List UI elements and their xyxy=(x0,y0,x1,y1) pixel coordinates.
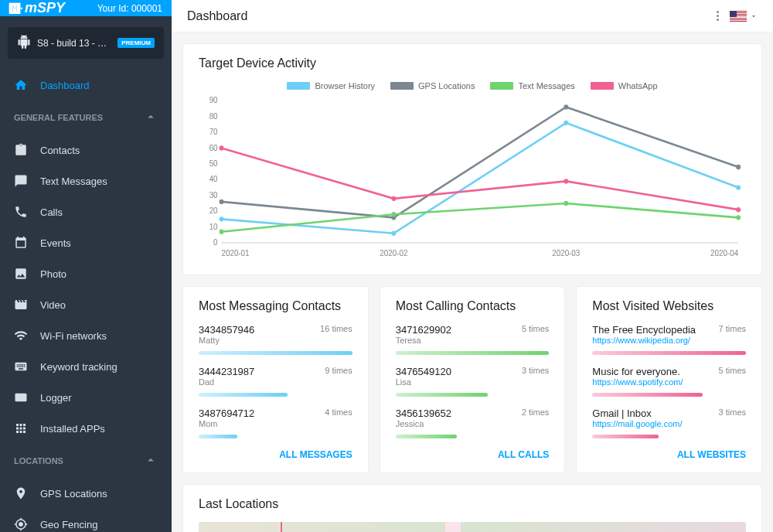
websites-all-link[interactable]: ALL WEBSITES xyxy=(592,449,746,460)
svg-point-16 xyxy=(391,231,396,236)
sidebar-item-label: Keyword tracking xyxy=(40,361,117,373)
keyboard-icon xyxy=(14,390,28,404)
message-icon xyxy=(14,174,28,188)
legend-item[interactable]: Browser History xyxy=(287,81,375,90)
item-count: 3 times xyxy=(719,408,746,417)
card-title: Most Messaging Contacts xyxy=(199,299,352,313)
item-title: 3471629902 xyxy=(396,324,451,336)
sidebar-item-keyword[interactable]: Keyword tracking xyxy=(0,351,172,382)
svg-point-24 xyxy=(391,212,396,217)
list-item: 3444231987 Dad 9 times xyxy=(199,366,352,397)
section-general[interactable]: GENERAL FEATURES xyxy=(0,101,172,135)
clipboard-icon xyxy=(14,143,28,157)
list-item: Gmail | Inbox https://mail.google.com/ 3… xyxy=(592,408,746,438)
sidebar-item-label: Calls xyxy=(40,206,63,218)
sidebar-item-label: Installed APPs xyxy=(40,423,105,435)
sidebar-item-dashboard[interactable]: Dashboard xyxy=(0,70,172,101)
sidebar-item-contacts[interactable]: Contacts xyxy=(0,135,172,165)
topbar: Dashboard xyxy=(172,0,773,32)
calendar-icon xyxy=(14,236,28,250)
sidebar-item-photo[interactable]: Photo xyxy=(0,258,172,289)
item-sub: Lisa xyxy=(396,377,451,387)
sidebar-item-label: Dashboard xyxy=(40,80,90,91)
sidebar-item-calls[interactable]: Calls xyxy=(0,196,172,227)
list-item: Music for everyone. https://www.spotify.… xyxy=(592,366,746,397)
progress-bar xyxy=(199,435,237,438)
wifi-icon xyxy=(14,329,28,343)
image-icon xyxy=(14,267,28,281)
legend-item[interactable]: Text Messages xyxy=(490,81,574,90)
progress-bar xyxy=(396,393,488,397)
progress-bar xyxy=(592,393,703,397)
svg-text:60: 60 xyxy=(209,143,218,152)
legend-swatch xyxy=(591,82,614,90)
sidebar: 🅼·mSPY Your Id: 000001 S8 - build 13 - 5… xyxy=(0,0,172,532)
sidebar-item-wifi[interactable]: Wi-Fi networks xyxy=(0,320,172,351)
svg-point-26 xyxy=(736,215,741,220)
item-title: Music for everyone. xyxy=(592,366,683,377)
item-title: The Free Encyclopedia xyxy=(592,324,696,336)
item-title: 3434857946 xyxy=(199,324,254,336)
item-count: 7 times xyxy=(719,324,746,333)
sidebar-item-label: GPS Locations xyxy=(40,488,107,500)
logo-bar: 🅼·mSPY Your Id: 000001 xyxy=(0,0,172,16)
item-sub: Jessica xyxy=(396,419,451,428)
main: Dashboard Target Device Activity Browser… xyxy=(172,0,773,532)
video-icon xyxy=(14,298,28,312)
logo: 🅼·mSPY xyxy=(9,0,65,16)
chevron-down-icon xyxy=(750,12,758,20)
sidebar-item-video[interactable]: Video xyxy=(0,289,172,320)
item-count: 9 times xyxy=(325,366,352,375)
keyboard-icon xyxy=(14,360,28,373)
svg-text:30: 30 xyxy=(209,191,218,200)
svg-point-21 xyxy=(564,104,568,109)
menu-dots-icon[interactable] xyxy=(717,11,719,21)
cards-row: Most Messaging Contacts 3434857946 Matty… xyxy=(182,286,762,484)
item-count: 2 times xyxy=(522,408,549,417)
svg-point-17 xyxy=(564,121,568,125)
item-count: 3 times xyxy=(522,366,549,375)
svg-text:40: 40 xyxy=(209,175,218,183)
calling-all-link[interactable]: ALL CALLS xyxy=(396,449,550,460)
legend-item[interactable]: WhatsApp xyxy=(591,81,658,90)
section-locations[interactable]: LOCATIONS xyxy=(0,444,172,478)
list-item: 3471629902 Teresa 5 times xyxy=(396,324,550,355)
item-count: 5 times xyxy=(522,324,549,333)
sidebar-item-geo[interactable]: Geo Fencing xyxy=(0,509,172,532)
page-title: Dashboard xyxy=(187,9,247,23)
language-selector[interactable] xyxy=(730,11,758,22)
item-sub: Teresa xyxy=(396,336,451,345)
item-sub[interactable]: https://mail.google.com/ xyxy=(592,419,682,428)
map-preview[interactable] xyxy=(199,522,746,532)
svg-point-15 xyxy=(220,217,224,221)
item-sub[interactable]: https://www.wikipedia.org/ xyxy=(592,336,696,345)
sidebar-item-label: Video xyxy=(40,299,66,311)
sidebar-item-text-messages[interactable]: Text Messages xyxy=(0,165,172,196)
messaging-all-link[interactable]: ALL MESSAGES xyxy=(199,449,352,460)
sidebar-item-apps[interactable]: Installed APPs xyxy=(0,413,172,444)
svg-text:0: 0 xyxy=(213,238,218,247)
sidebar-item-logger[interactable]: Logger xyxy=(0,382,172,413)
sidebar-item-events[interactable]: Events xyxy=(0,227,172,258)
svg-point-23 xyxy=(220,230,224,234)
legend-item[interactable]: GPS Locations xyxy=(390,81,475,90)
progress-bar xyxy=(396,435,457,438)
sidebar-item-gps[interactable]: GPS Locations xyxy=(0,478,172,509)
svg-text:2020-04: 2020-04 xyxy=(710,249,738,257)
svg-text:10: 10 xyxy=(209,222,218,230)
list-item: 3434857946 Matty 16 times xyxy=(199,324,352,355)
device-selector[interactable]: S8 - build 13 - 5.... PREMIUM xyxy=(8,27,164,59)
list-item: 3456139652 Jessica 2 times xyxy=(396,408,550,438)
premium-badge: PREMIUM xyxy=(117,38,155,48)
item-title: 3487694712 xyxy=(199,408,254,419)
messaging-card: Most Messaging Contacts 3434857946 Matty… xyxy=(182,286,369,473)
pin-icon xyxy=(14,486,28,500)
svg-text:90: 90 xyxy=(209,97,218,104)
svg-point-28 xyxy=(391,196,396,201)
chart-legend: Browser HistoryGPS LocationsText Message… xyxy=(199,81,746,90)
progress-bar xyxy=(199,351,352,355)
item-count: 16 times xyxy=(320,324,352,333)
item-sub[interactable]: https://www.spotify.com/ xyxy=(592,377,683,387)
progress-bar xyxy=(396,351,550,355)
item-sub: Dad xyxy=(199,377,254,387)
